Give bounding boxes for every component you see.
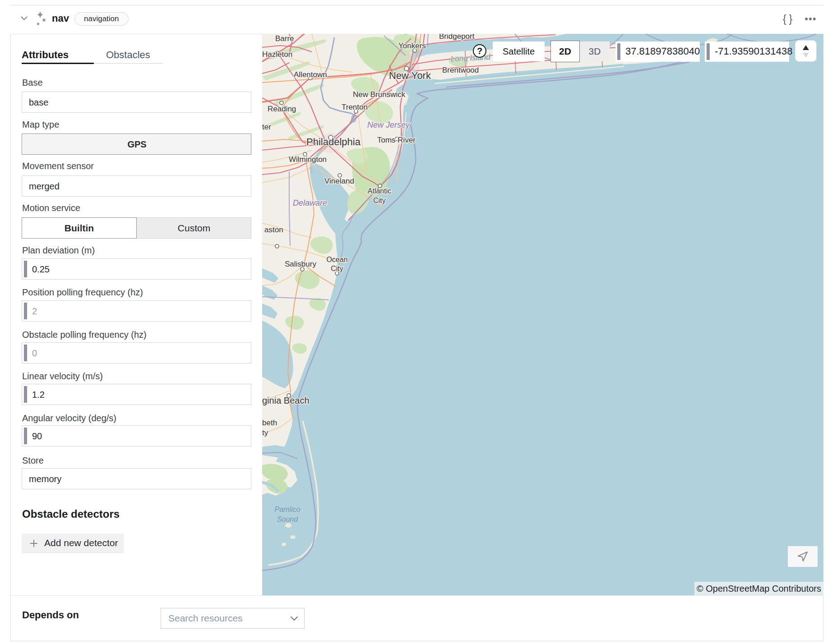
svg-text:New York: New York (389, 70, 431, 81)
svg-text:Pamlico: Pamlico (275, 506, 300, 513)
svg-text:Brentwood: Brentwood (442, 66, 479, 74)
svg-text:Reading: Reading (268, 105, 296, 113)
svg-text:City: City (373, 197, 386, 204)
svg-text:aston: aston (264, 225, 283, 234)
svg-text:Sound: Sound (277, 515, 298, 523)
svg-text:New Jersey: New Jersey (367, 120, 410, 129)
svg-text:ty: ty (262, 428, 268, 437)
svg-text:Delaware: Delaware (293, 198, 327, 207)
svg-text:Trenton: Trenton (342, 103, 368, 111)
svg-text:Atlantic: Atlantic (368, 187, 391, 195)
svg-text:Ocean: Ocean (326, 256, 347, 263)
svg-text:beth: beth (262, 419, 277, 427)
svg-text:Salisbury: Salisbury (285, 260, 316, 268)
svg-text:Barre: Barre (275, 34, 294, 43)
svg-text:Allentown: Allentown (294, 70, 327, 79)
svg-text:Philadelphia: Philadelphia (306, 136, 361, 147)
svg-text:Yonkers: Yonkers (398, 41, 426, 50)
svg-text:Bridgeport: Bridgeport (439, 34, 475, 41)
svg-text:Toms River: Toms River (377, 136, 416, 144)
svg-text:City: City (331, 265, 343, 272)
svg-text:Hazleton: Hazleton (262, 50, 292, 59)
svg-text:Vineland: Vineland (324, 177, 354, 185)
svg-text:Wilmington: Wilmington (289, 155, 327, 164)
svg-text:New Brunswick: New Brunswick (353, 90, 406, 99)
svg-text:ginia Beach: ginia Beach (262, 396, 310, 405)
svg-text:ter: ter (262, 123, 271, 131)
